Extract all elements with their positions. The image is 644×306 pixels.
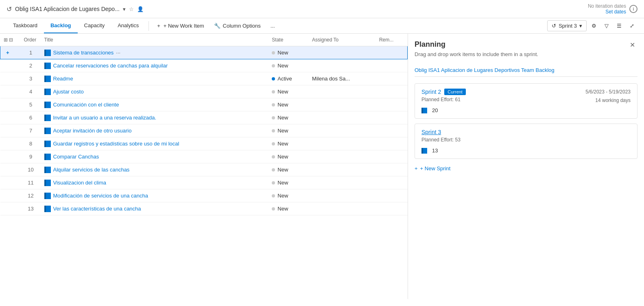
- sprint-dropdown-icon: ▾: [579, 23, 582, 29]
- state-label: New: [277, 50, 288, 56]
- work-item-type-icon: [44, 89, 51, 95]
- td-state: New: [269, 111, 309, 124]
- state-label: New: [277, 102, 288, 108]
- work-item-title-link[interactable]: Alquilar servicios de las canchas: [53, 167, 130, 173]
- td-state: Active: [269, 72, 309, 85]
- work-item-title-link[interactable]: Visualizacion del clima: [53, 180, 107, 186]
- work-item-title-link[interactable]: Aceptar invitación de otro usuario: [53, 128, 132, 134]
- person-icon[interactable]: 👤: [137, 6, 144, 12]
- work-item-type-icon: [44, 115, 51, 121]
- nav-bar: Taskboard Backlog Capacity Analytics + +…: [0, 18, 644, 34]
- sprint-name-link[interactable]: Sprint 3: [421, 129, 441, 135]
- column-settings-button[interactable]: ☰: [613, 20, 625, 31]
- plus-icon: +: [157, 23, 160, 29]
- work-item-title-link[interactable]: Invitar a un usuario a una reserva reali…: [53, 115, 157, 121]
- tab-analytics[interactable]: Analytics: [111, 18, 145, 33]
- refresh-icon: ↺: [7, 5, 12, 13]
- fullscreen-button[interactable]: ⤢: [627, 20, 637, 31]
- filter-button[interactable]: ▽: [601, 20, 612, 31]
- td-title: Sistema de transacciones···: [41, 46, 269, 59]
- work-item-type-icon: [44, 180, 51, 186]
- set-dates-link[interactable]: Set dates: [588, 9, 626, 15]
- table-row: +10Alquilar servicios de las canchas···N…: [0, 163, 408, 176]
- work-item-title-link[interactable]: Readme: [53, 76, 73, 82]
- td-order: 8: [21, 137, 41, 150]
- state-label: New: [277, 63, 288, 69]
- td-remaining: [376, 189, 408, 202]
- new-sprint-plus-icon: +: [415, 165, 418, 171]
- td-assigned-to: Milena dos Sa...: [309, 72, 376, 85]
- table-row: +2Cancelar reservaciones de canchas para…: [0, 59, 408, 72]
- work-item-more-button[interactable]: ···: [114, 49, 123, 56]
- td-expand: +: [0, 124, 21, 137]
- td-remaining: [376, 59, 408, 72]
- table-row: +4Ajustar costo···New: [0, 85, 408, 98]
- state-label: New: [277, 206, 288, 212]
- planning-header: Planning ✕: [415, 40, 637, 50]
- td-expand: +: [0, 163, 21, 176]
- new-work-item-button[interactable]: + + New Work Item: [152, 20, 209, 31]
- td-state: New: [269, 137, 309, 150]
- work-item-title-link[interactable]: Guardar registros y estadísticas sobre u…: [53, 141, 179, 147]
- td-title: Comunicación con el cliente···: [41, 98, 269, 111]
- expand-collapse-icons[interactable]: ⊞ ⊟: [4, 37, 13, 43]
- project-title[interactable]: Oblig ISA1 Aplicacion de Lugares Depo...: [15, 6, 120, 12]
- work-item-title-link[interactable]: Sistema de transacciones: [53, 50, 114, 56]
- td-assigned-to: [309, 163, 376, 176]
- td-title: Cancelar reservaciones de canchas para a…: [41, 59, 269, 72]
- dropdown-icon[interactable]: ▾: [123, 6, 126, 12]
- star-icon[interactable]: ☆: [129, 6, 134, 12]
- td-remaining: [376, 124, 408, 137]
- work-item-title-link[interactable]: Modificación de servicios de una cancha: [53, 193, 148, 199]
- sprint-item-count: 13: [432, 148, 438, 154]
- settings-view-button[interactable]: ⚙: [588, 20, 600, 31]
- td-assigned-to: [309, 150, 376, 163]
- work-item-type-icon: [44, 206, 51, 212]
- work-item-title-link[interactable]: Cancelar reservaciones de canchas para a…: [53, 63, 168, 69]
- td-order: 7: [21, 124, 41, 137]
- work-item-type-icon: [44, 50, 51, 56]
- work-item-title-link[interactable]: Ver las características de una cancha: [53, 206, 141, 212]
- nav-right: ↺ Sprint 3 ▾ ⚙ ▽ ☰ ⤢: [547, 20, 637, 31]
- td-order: 4: [21, 85, 41, 98]
- work-item-title-link[interactable]: Comparar Canchas: [53, 154, 99, 160]
- td-assigned-to: [309, 137, 376, 150]
- table-row: +1Sistema de transacciones···New: [0, 46, 408, 59]
- work-item-title-link[interactable]: Comunicación con el cliente: [53, 102, 119, 108]
- backlog-panel: ⊞ ⊟ Order Title State Assigned To Rem...…: [0, 34, 408, 299]
- column-options-button[interactable]: 🔧 Column Options: [209, 20, 266, 31]
- td-state: New: [269, 202, 309, 215]
- td-assigned-to: [309, 111, 376, 124]
- sprint-card-sprint2: Sprint 2Current5/6/2023 - 5/19/2023Plann…: [415, 83, 637, 119]
- sprint-dates: 5/6/2023 - 5/19/2023: [585, 89, 631, 95]
- td-title: Ajustar costo···: [41, 85, 269, 98]
- planning-close-button[interactable]: ✕: [627, 40, 637, 50]
- td-assigned-to: [309, 85, 376, 98]
- add-child-button[interactable]: +: [4, 49, 12, 56]
- sprint-working-days: 14 working days: [595, 98, 631, 103]
- new-sprint-button[interactable]: + + New Sprint: [415, 164, 637, 173]
- more-options-button[interactable]: ...: [266, 20, 280, 31]
- sprint-name[interactable]: Sprint 2: [421, 89, 441, 95]
- work-item-type-icon: [44, 154, 51, 160]
- td-assigned-to: [309, 98, 376, 111]
- td-expand: +: [0, 98, 21, 111]
- state-dot: [272, 64, 275, 67]
- team-backlog-link[interactable]: Oblig ISA1 Aplicacion de Lugares Deporti…: [415, 64, 637, 77]
- tab-capacity[interactable]: Capacity: [78, 18, 111, 33]
- td-title: Modificación de servicios de una cancha·…: [41, 189, 269, 202]
- table-row: +12Modificación de servicios de una canc…: [0, 189, 408, 202]
- nav-divider: [148, 21, 149, 31]
- work-item-type-icon: [44, 102, 51, 108]
- td-remaining: [376, 137, 408, 150]
- td-state: New: [269, 98, 309, 111]
- tab-taskboard[interactable]: Taskboard: [7, 18, 44, 33]
- td-assigned-to: [309, 59, 376, 72]
- table-row: +8Guardar registros y estadísticas sobre…: [0, 137, 408, 150]
- td-remaining: [376, 72, 408, 85]
- top-bar-left: ↺ Oblig ISA1 Aplicacion de Lugares Depo.…: [7, 5, 144, 13]
- work-item-title-link[interactable]: Ajustar costo: [53, 89, 84, 95]
- tab-backlog[interactable]: Backlog: [44, 18, 78, 33]
- sprint-selector[interactable]: ↺ Sprint 3 ▾: [547, 20, 587, 31]
- state-dot: [272, 168, 275, 171]
